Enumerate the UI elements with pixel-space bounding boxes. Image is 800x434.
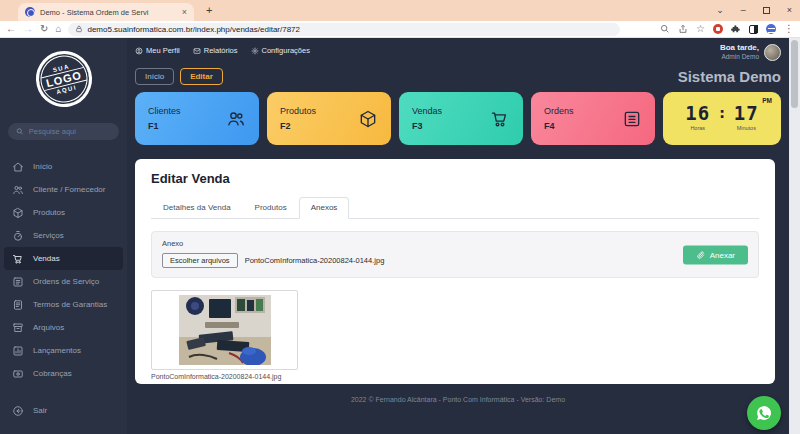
sidebar-item-label: Produtos [33, 208, 65, 217]
new-tab-button[interactable]: + [206, 4, 212, 16]
sidebar-item-sair[interactable]: Sair [4, 399, 123, 422]
tab-detalhes-da-venda[interactable]: Detalhes da Venda [151, 197, 243, 218]
forward-icon[interactable]: → [23, 24, 33, 34]
site-favicon-icon [25, 7, 35, 17]
tab-anexos[interactable]: Anexos [299, 197, 350, 219]
bookmark-star-icon[interactable]: ☆ [696, 24, 705, 34]
stopwatch-icon [12, 230, 24, 242]
scrollbar-thumb[interactable] [791, 40, 798, 108]
panel-title: Editar Venda [151, 171, 759, 186]
window-menu-icon[interactable]: ⌄ [716, 5, 724, 15]
window-maximize-button[interactable] [763, 7, 770, 14]
profile-extension-icon[interactable] [766, 24, 776, 34]
chart-icon [12, 345, 24, 357]
home-icon[interactable]: ⌂ [55, 24, 61, 34]
choose-files-button[interactable]: Escolher arquivos [162, 253, 238, 268]
package-icon [358, 109, 378, 129]
system-title: Sistema Demo [678, 68, 781, 85]
zoom-icon[interactable] [660, 24, 670, 34]
sidebar-item-label: Serviços [33, 231, 64, 240]
clock-minutes: 17 [734, 104, 759, 123]
pill-inicio[interactable]: Início [135, 68, 174, 85]
card-ordens[interactable]: Ordens F4 [531, 92, 655, 145]
card-label: Produtos [280, 104, 316, 118]
search-input[interactable] [29, 127, 111, 136]
main-content: Meu Perfil Relatórios Configurações Boa … [127, 38, 789, 434]
sidebar-item-inicio[interactable]: Início [4, 155, 123, 178]
sidebar-item-cobrancas[interactable]: Cobranças [4, 362, 123, 385]
share-icon[interactable] [678, 24, 688, 34]
sidebar-item-label: Cliente / Fornecedor [33, 185, 105, 194]
card-key: F3 [412, 119, 442, 133]
shortcut-cards: Clientes F1 Produtos F2 Vendas F3 [127, 85, 789, 145]
card-key: F2 [280, 119, 316, 133]
sidebar-item-termos-de-garantias[interactable]: Termos de Garantias [4, 293, 123, 316]
clock-minutes-label: Minutos [734, 125, 759, 131]
screen: Demo - Sistema Ordem de Servi × + ⌄ – × … [0, 0, 800, 434]
attach-button-label: Anexar [710, 250, 735, 259]
topbar-link-label: Configurações [262, 46, 310, 55]
back-icon[interactable]: ← [6, 24, 16, 34]
attachment-thumbnail[interactable] [151, 290, 298, 370]
attachment-photo [179, 295, 271, 365]
window-close-button[interactable]: × [787, 5, 792, 15]
browser-tab-title: Demo - Sistema Ordem de Servi [40, 8, 177, 17]
window-minimize-button[interactable]: – [741, 5, 746, 15]
sidebar-item-ordens-de-servico[interactable]: Ordens de Serviço [4, 270, 123, 293]
card-vendas[interactable]: Vendas F3 [399, 92, 523, 145]
clock-hours-label: Horas [685, 125, 710, 131]
browser-titlebar: Demo - Sistema Ordem de Servi × + ⌄ – × [0, 0, 800, 21]
attach-button[interactable]: Anexar [683, 245, 748, 264]
sidebar-item-label: Vendas [33, 254, 60, 263]
pill-editar[interactable]: Editar [180, 68, 223, 85]
logout-icon [12, 405, 24, 417]
avatar[interactable] [764, 44, 781, 61]
browser-menu-icon[interactable]: ⋮ [784, 24, 794, 34]
browser-address-bar: ← → ↻ ⌂ demo5.suainformatica.com.br/inde… [0, 21, 800, 38]
sidebar-item-label: Ordens de Serviço [33, 277, 99, 286]
topbar-meu-perfil[interactable]: Meu Perfil [135, 46, 180, 55]
page-url: demo5.suainformatica.com.br/index.php/ve… [87, 25, 300, 34]
paperclip-icon [696, 250, 705, 259]
card-produtos[interactable]: Produtos F2 [267, 92, 391, 145]
logo-stamp: SUA LOGO AQUI [30, 45, 98, 113]
topbar: Meu Perfil Relatórios Configurações Boa … [127, 38, 789, 61]
darkmode-extension-icon[interactable] [749, 25, 758, 34]
sidebar-search[interactable] [8, 123, 119, 140]
list-icon [12, 276, 24, 288]
card-clock: PM 16 Horas : 17 Minutos [663, 92, 781, 145]
sidebar-item-label: Sair [33, 406, 47, 415]
adblock-extension-icon[interactable] [713, 24, 723, 34]
attachment-section: Anexo Escolher arquivos PontoComInformat… [151, 231, 759, 278]
sidebar-item-produtos[interactable]: Produtos [4, 201, 123, 224]
sidebar-item-lancamentos[interactable]: Lançamentos [4, 339, 123, 362]
whatsapp-icon [754, 403, 774, 423]
topbar-configuracoes[interactable]: Configurações [251, 46, 310, 55]
sidebar-item-label: Cobranças [33, 369, 72, 378]
sidebar-item-arquivos[interactable]: Arquivos [4, 316, 123, 339]
sidebar-item-servicos[interactable]: Serviços [4, 224, 123, 247]
attachment-label: Anexo [162, 239, 748, 248]
edit-sale-panel: Editar Venda Detalhes da Venda Produtos … [135, 159, 775, 384]
page-scrollbar[interactable] [789, 38, 800, 434]
topbar-link-label: Relatórios [204, 46, 238, 55]
sidebar-item-label: Arquivos [33, 323, 64, 332]
whatsapp-button[interactable] [747, 396, 781, 430]
card-label: Vendas [412, 104, 442, 118]
topbar-relatorios[interactable]: Relatórios [193, 46, 238, 55]
browser-tab[interactable]: Demo - Sistema Ordem de Servi × [18, 3, 194, 21]
tab-close-icon[interactable]: × [182, 8, 187, 17]
users-icon [226, 109, 246, 129]
card-clientes[interactable]: Clientes F1 [135, 92, 259, 145]
extensions-puzzle-icon[interactable] [731, 24, 741, 34]
cart-icon [12, 253, 24, 265]
list-icon [622, 109, 642, 129]
breadcrumb-pills: Início Editar Sistema Demo [127, 61, 789, 85]
sidebar-item-vendas[interactable]: Vendas [4, 247, 123, 270]
tab-produtos[interactable]: Produtos [243, 197, 299, 218]
card-label: Clientes [148, 104, 181, 118]
reload-icon[interactable]: ↻ [40, 24, 48, 34]
sidebar-item-cliente-fornecedor[interactable]: Cliente / Fornecedor [4, 178, 123, 201]
url-input[interactable]: demo5.suainformatica.com.br/index.php/ve… [68, 23, 620, 36]
gear-icon [251, 47, 259, 55]
